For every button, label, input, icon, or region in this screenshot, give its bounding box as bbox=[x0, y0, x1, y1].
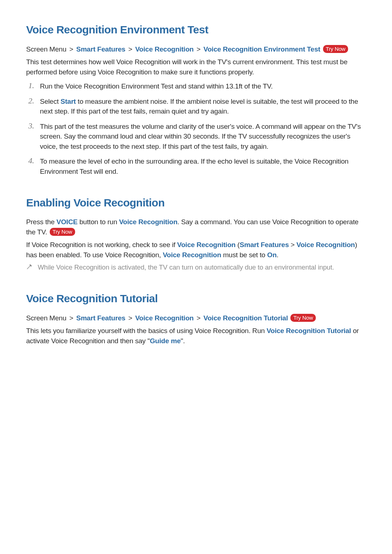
note: While Voice Recognition is activated, th… bbox=[26, 263, 366, 272]
note-icon bbox=[26, 263, 33, 270]
try-now-button[interactable]: Try Now bbox=[50, 228, 75, 236]
voice-recognition-link[interactable]: Voice Recognition bbox=[177, 241, 236, 249]
step-text-part: to measure the ambient noise. If the amb… bbox=[40, 98, 358, 115]
text-run: ". bbox=[181, 337, 185, 345]
vr-tutorial-link[interactable]: Voice Recognition Tutorial bbox=[266, 327, 351, 335]
paragraph: Press the VOICE button to run Voice Reco… bbox=[26, 217, 366, 237]
breadcrumb-sep: > bbox=[196, 314, 202, 322]
breadcrumb-sep: > bbox=[196, 45, 202, 53]
step-item: Select Start to measure the ambient nois… bbox=[26, 97, 366, 116]
step-item: Run the Voice Recognition Environment Te… bbox=[26, 81, 366, 91]
start-link[interactable]: Start bbox=[61, 98, 76, 105]
step-text: Run the Voice Recognition Environment Te… bbox=[40, 82, 273, 90]
text-run: . bbox=[277, 251, 278, 259]
text-run: > bbox=[289, 241, 297, 249]
smart-features-link[interactable]: Smart Features bbox=[240, 241, 289, 249]
steps-list: Run the Voice Recognition Environment Te… bbox=[26, 81, 366, 176]
step-text: To measure the level of echo in the surr… bbox=[40, 157, 348, 175]
section-enabling-vr: Enabling Voice Recognition Press the VOI… bbox=[26, 195, 366, 273]
step-item: This part of the test measures the volum… bbox=[26, 122, 366, 152]
text-run: ( bbox=[236, 241, 240, 249]
text-run: Press the bbox=[26, 218, 57, 226]
breadcrumb-sep: > bbox=[68, 45, 74, 53]
breadcrumb-leaf[interactable]: Voice Recognition Tutorial bbox=[204, 314, 288, 322]
breadcrumb-smart-features[interactable]: Smart Features bbox=[76, 314, 126, 322]
text-run: must be set to bbox=[221, 251, 267, 259]
paragraph: If Voice Recognition is not working, che… bbox=[26, 240, 366, 260]
text-run: button to run bbox=[78, 218, 119, 226]
breadcrumb-sep: > bbox=[127, 45, 134, 53]
text-run: If Voice Recognition is not working, che… bbox=[26, 241, 177, 249]
voice-recognition-link[interactable]: Voice Recognition bbox=[297, 241, 355, 249]
step-text: This part of the test measures the volum… bbox=[40, 123, 361, 150]
note-text: While Voice Recognition is activated, th… bbox=[38, 263, 334, 272]
breadcrumb-root: Screen Menu bbox=[26, 314, 66, 322]
step-item: To measure the level of echo in the surr… bbox=[26, 156, 366, 176]
breadcrumb-sep: > bbox=[68, 314, 74, 322]
section-vr-tutorial: Voice Recognition Tutorial Screen Menu >… bbox=[26, 291, 366, 346]
breadcrumb-smart-features[interactable]: Smart Features bbox=[76, 45, 126, 53]
voice-recognition-link[interactable]: Voice Recognition bbox=[119, 218, 177, 226]
breadcrumb-sep: > bbox=[127, 314, 134, 322]
try-now-button[interactable]: Try Now bbox=[323, 45, 348, 53]
voice-button-label: VOICE bbox=[57, 218, 78, 226]
text-run: This lets you familiarize yourself with … bbox=[26, 327, 266, 335]
on-value: On bbox=[267, 251, 277, 259]
section-title: Voice Recognition Tutorial bbox=[26, 291, 366, 307]
section-env-test: Voice Recognition Environment Test Scree… bbox=[26, 22, 366, 177]
guide-me-command: Guide me bbox=[150, 337, 181, 345]
breadcrumb: Screen Menu > Smart Features > Voice Rec… bbox=[26, 44, 366, 54]
breadcrumb-root: Screen Menu bbox=[26, 45, 66, 53]
breadcrumb-voice-recognition[interactable]: Voice Recognition bbox=[135, 314, 194, 322]
section-title: Enabling Voice Recognition bbox=[26, 195, 366, 211]
breadcrumb-leaf[interactable]: Voice Recognition Environment Test bbox=[204, 45, 320, 53]
breadcrumb-voice-recognition[interactable]: Voice Recognition bbox=[135, 45, 194, 53]
voice-recognition-link[interactable]: Voice Recognition bbox=[163, 251, 221, 259]
try-now-button[interactable]: Try Now bbox=[290, 314, 316, 322]
section-title: Voice Recognition Environment Test bbox=[26, 22, 366, 38]
breadcrumb: Screen Menu > Smart Features > Voice Rec… bbox=[26, 313, 366, 323]
step-text-part: Select bbox=[40, 98, 61, 105]
intro-paragraph: This test determines how well Voice Reco… bbox=[26, 57, 366, 77]
paragraph: This lets you familiarize yourself with … bbox=[26, 326, 366, 346]
